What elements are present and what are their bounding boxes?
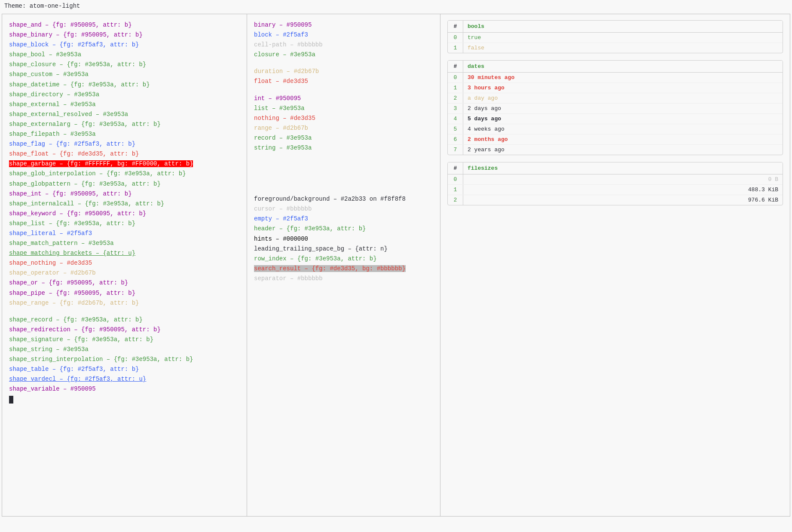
line: shape_match_pattern – #3e953a: [9, 238, 240, 248]
line: closure – #3e953a: [254, 50, 433, 60]
line: float – #de3d35: [254, 76, 433, 86]
table-row: 7 2 years ago: [448, 145, 783, 155]
line: shape_external_resolved – #3e953a: [9, 110, 240, 119]
line: shape_externalarg – {fg: #3e953a, attr: …: [9, 119, 240, 129]
bools-title: bools: [463, 21, 489, 32]
line: list – #3e953a: [254, 104, 433, 113]
line: shape_matching_brackets – {attr: u}: [9, 248, 240, 258]
line: shape_internalcall – {fg: #3e953a, attr:…: [9, 199, 240, 209]
bools-table: # bools 0 true 1 false: [447, 20, 783, 53]
dates-table: # dates 0 30 minutes ago 1 3 hours ago 2…: [447, 60, 783, 155]
line: row_index – {fg: #3e953a, attr: b}: [254, 254, 433, 264]
line: shape_closure – {fg: #3e953a, attr: b}: [9, 60, 240, 70]
bools-hash-col: #: [448, 21, 463, 32]
line: foreground/background – #2a2b33 on #f8f8…: [254, 194, 433, 204]
td-index: 0: [448, 33, 463, 43]
table-row: 4 5 days ago: [448, 114, 783, 124]
line: shape_flag – {fg: #2f5af3, attr: b}: [9, 139, 240, 149]
line: range – #d2b67b: [254, 123, 433, 133]
bools-table-body: 0 true 1 false: [448, 33, 783, 53]
line: shape_directory – #3e953a: [9, 90, 240, 100]
line: shape_int – {fg: #950095, attr: b}: [9, 189, 240, 199]
col2: binary – #950095 block – #2f5af3 cell-pa…: [247, 14, 440, 516]
line: shape_string_interpolation – {fg: #3e953…: [9, 355, 240, 364]
line: shape_bool – #3e953a: [9, 50, 240, 60]
line: shape_float – {fg: #de3d35, attr: b}: [9, 149, 240, 159]
filesizes-title: filesizes: [463, 162, 502, 174]
theme-label: Theme: atom-one-light: [0, 0, 792, 12]
cursor: [9, 396, 13, 404]
col3: # bools 0 true 1 false # dates: [440, 14, 790, 516]
line: header – {fg: #3e953a, attr: b}: [254, 224, 433, 234]
dates-title: dates: [463, 61, 489, 72]
line: cursor – #bbbbbb: [254, 204, 433, 214]
main-container: shape_and – {fg: #950095, attr: b} shape…: [2, 14, 790, 517]
table-row: 1 false: [448, 43, 783, 53]
line: shape_literal – #2f5af3: [9, 229, 240, 238]
bools-table-header: # bools: [448, 21, 783, 33]
line: shape_string – #3e953a: [9, 345, 240, 355]
table-row: 0 0 B: [448, 174, 783, 185]
line-garbage: shape_garbage – {fg: #FFFFFF, bg: #FF000…: [9, 159, 240, 169]
table-row: 1 3 hours ago: [448, 83, 783, 93]
filesizes-table-body: 0 0 B 1 488.3 KiB 2 976.6 KiB: [448, 174, 783, 205]
line: block – #2f5af3: [254, 30, 433, 40]
line: shape_redirection – {fg: #950095, attr: …: [9, 325, 240, 335]
line: shape_operator – #d2b67b: [9, 268, 240, 278]
line: shape_vardecl – {fg: #2f5af3, attr: u}: [9, 374, 240, 384]
line: shape_list – {fg: #3e953a, attr: b}: [9, 219, 240, 229]
line: shape_table – {fg: #2f5af3, attr: b}: [9, 364, 240, 374]
line: hints – #000000: [254, 234, 433, 244]
line: leading_trailing_space_bg – {attr: n}: [254, 244, 433, 254]
line: shape_pipe – {fg: #950095, attr: b}: [9, 288, 240, 298]
line: shape_block – {fg: #2f5af3, attr: b}: [9, 40, 240, 50]
line: nothing – #de3d35: [254, 113, 433, 123]
line: shape_nothing – #de3d35: [9, 258, 240, 268]
table-row: 1 488.3 KiB: [448, 185, 783, 195]
dates-table-header: # dates: [448, 61, 783, 73]
line: record – #3e953a: [254, 133, 433, 143]
table-row: 6 2 months ago: [448, 135, 783, 145]
table-row: 0 30 minutes ago: [448, 73, 783, 83]
dates-hash-col: #: [448, 61, 463, 72]
line: binary – #950095: [254, 20, 433, 30]
line: shape_external – #3e953a: [9, 100, 240, 110]
line: shape_binary – {fg: #950095, attr: b}: [9, 30, 240, 40]
line: int – #950095: [254, 94, 433, 104]
col1: shape_and – {fg: #950095, attr: b} shape…: [2, 14, 247, 516]
line: shape_filepath – #3e953a: [9, 129, 240, 139]
line: separator – #bbbbbb: [254, 274, 433, 284]
line: string – #3e953a: [254, 143, 433, 153]
line: shape_and – {fg: #950095, attr: b}: [9, 20, 240, 30]
td-index: 1: [448, 43, 463, 53]
dates-table-body: 0 30 minutes ago 1 3 hours ago 2 a day a…: [448, 73, 783, 155]
line: shape_variable – #950095: [9, 384, 240, 394]
line: shape_range – {fg: #d2b67b, attr: b}: [9, 298, 240, 308]
line: shape_globpattern – {fg: #3e953a, attr: …: [9, 179, 240, 189]
table-row: 2 a day ago: [448, 93, 783, 104]
table-row: 2 976.6 KiB: [448, 195, 783, 205]
line: shape_keyword – {fg: #950095, attr: b}: [9, 209, 240, 219]
filesizes-hash-col: #: [448, 162, 463, 174]
line: cell-path – #bbbbbb: [254, 40, 433, 50]
table-row: 3 2 days ago: [448, 104, 783, 114]
line-search-result: search_result – {fg: #de3d35, bg: #bbbbb…: [254, 264, 433, 274]
td-value: false: [463, 43, 489, 53]
line: shape_glob_interpolation – {fg: #3e953a,…: [9, 169, 240, 179]
line: duration – #d2b67b: [254, 67, 433, 76]
line: shape_signature – {fg: #3e953a, attr: b}: [9, 335, 240, 345]
line: shape_or – {fg: #950095, attr: b}: [9, 278, 240, 288]
line: shape_datetime – {fg: #3e953a, attr: b}: [9, 80, 240, 90]
filesizes-table-header: # filesizes: [448, 162, 783, 174]
table-row: 5 4 weeks ago: [448, 124, 783, 135]
td-value: true: [463, 33, 485, 43]
filesizes-table: # filesizes 0 0 B 1 488.3 KiB 2 976.6 Ki…: [447, 162, 783, 205]
line: shape_record – {fg: #3e953a, attr: b}: [9, 315, 240, 325]
line: shape_custom – #3e953a: [9, 70, 240, 79]
line: empty – #2f5af3: [254, 214, 433, 224]
table-row: 0 true: [448, 33, 783, 43]
